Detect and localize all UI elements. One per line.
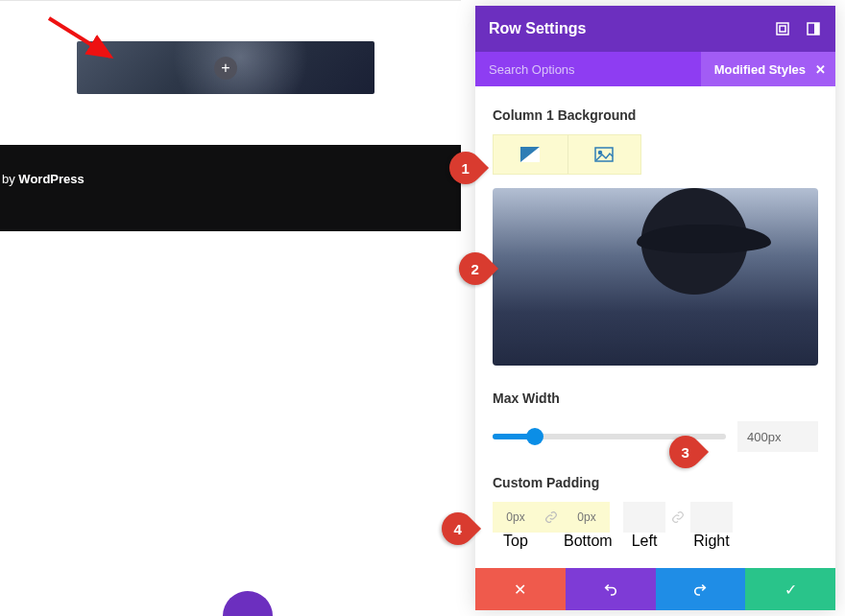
theme-footer: by WordPress [0,145,461,231]
redo-button[interactable] [656,568,746,610]
add-module-button[interactable]: + [214,57,237,80]
footer-brand: WordPress [18,172,84,186]
link-icon[interactable] [665,502,690,533]
page-canvas: + by WordPress [0,0,461,616]
padding-left-input[interactable] [623,502,665,533]
cap-left: Left [623,533,665,550]
save-button[interactable]: ✓ [745,568,835,610]
background-color-tab[interactable] [494,135,567,174]
background-type-tabs [493,134,641,175]
maxwidth-label: Max Width [493,391,818,406]
row-settings-panel: Row Settings Search Options Modified Sty… [475,6,835,610]
cap-top: Top [493,533,539,550]
padding-label: Custom Padding [493,475,818,490]
cap-bottom: Bottom [564,533,610,550]
panel-body: Column 1 Background Max Width 400px Cust… [475,86,835,568]
row-preview[interactable]: + [77,41,374,94]
panel-title: Row Settings [489,20,586,37]
svg-rect-2 [780,26,785,32]
dock-icon[interactable] [805,20,822,37]
modified-styles-pill[interactable]: Modified Styles ✕ [701,52,835,86]
background-section-label: Column 1 Background [493,107,818,123]
background-image-tab[interactable] [567,135,641,174]
pill-label: Modified Styles [714,62,806,77]
padding-bottom-input[interactable]: 0px [564,502,610,533]
svg-rect-4 [814,23,819,35]
padding-top-input[interactable]: 0px [493,502,539,533]
slider-knob[interactable] [526,428,543,445]
panel-actions: ✕ ✓ [475,568,835,610]
expand-icon[interactable] [774,20,791,37]
link-icon[interactable] [539,502,564,533]
undo-button[interactable] [566,568,656,610]
cancel-button[interactable]: ✕ [475,568,566,610]
padding-right-input[interactable] [690,502,733,533]
svg-rect-1 [777,23,788,35]
panel-header: Row Settings [475,6,835,52]
panel-subheader: Search Options Modified Styles ✕ [475,52,835,86]
footer-prefix: by [2,172,18,186]
close-icon[interactable]: ✕ [815,62,826,77]
cap-right: Right [690,533,733,550]
builder-fab[interactable] [223,591,273,616]
maxwidth-input[interactable]: 400px [737,421,818,452]
search-options[interactable]: Search Options [475,62,701,77]
svg-point-7 [599,152,602,154]
background-image-preview[interactable] [493,188,818,366]
